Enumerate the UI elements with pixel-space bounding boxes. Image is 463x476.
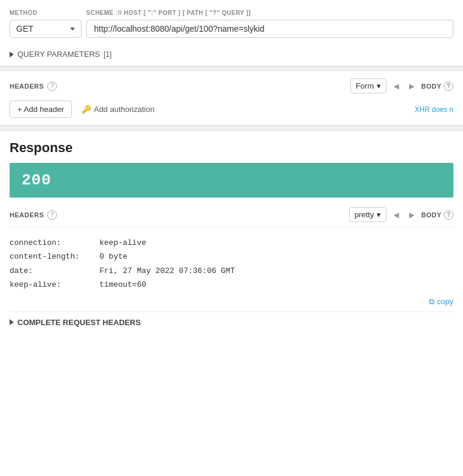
query-params-toggle[interactable]: QUERY PARAMETERS [1] xyxy=(10,45,453,66)
response-header-value: 0 byte xyxy=(99,250,128,263)
response-header-value: timeout=60 xyxy=(99,278,146,292)
request-body-label: BODY xyxy=(421,83,441,90)
response-nav-left-icon[interactable]: ◀ xyxy=(390,209,402,221)
method-value: GET xyxy=(16,24,66,34)
add-auth-label: Add authorization xyxy=(94,105,155,114)
headers-format-chevron-icon: ▾ xyxy=(377,81,381,90)
response-status-bar: 200 xyxy=(10,163,453,198)
response-nav-right-icon[interactable]: ▶ xyxy=(405,209,417,221)
response-header-row: date:Fri, 27 May 2022 07:36:06 GMT xyxy=(10,264,453,278)
response-header-key: date: xyxy=(10,264,99,278)
complete-headers-arrow-icon xyxy=(10,319,14,325)
triangle-right-icon xyxy=(10,51,14,57)
key-icon: 🔑 xyxy=(81,105,91,114)
response-headers-title: HEADERS xyxy=(10,211,44,219)
response-body-label: BODY xyxy=(421,211,441,219)
method-select[interactable]: GET xyxy=(10,20,81,38)
copy-button[interactable]: ⧉ copy xyxy=(10,292,453,311)
headers-format-dropdown[interactable]: Form ▾ xyxy=(350,78,386,93)
response-header-key: keep-alive: xyxy=(10,278,99,292)
add-header-button[interactable]: + Add header xyxy=(10,101,72,118)
complete-headers-toggle[interactable]: COMPLETE REQUEST HEADERS xyxy=(10,311,453,333)
response-header-row: keep-alive:timeout=60 xyxy=(10,278,453,292)
headers-nav-right-icon[interactable]: ▶ xyxy=(405,80,417,92)
response-format-chevron-icon: ▾ xyxy=(377,210,381,219)
headers-format-label: Form xyxy=(356,81,374,90)
complete-headers-label: COMPLETE REQUEST HEADERS xyxy=(17,318,141,327)
copy-label: copy xyxy=(437,297,453,306)
response-title: Response xyxy=(10,140,453,156)
method-label: METHOD xyxy=(10,10,81,16)
response-header-value: Fri, 27 May 2022 07:36:06 GMT xyxy=(99,264,235,278)
method-chevron-icon xyxy=(70,28,75,31)
request-headers-title: HEADERS xyxy=(10,83,44,90)
headers-help-icon[interactable]: ? xyxy=(47,81,57,91)
response-header-key: content-length: xyxy=(10,250,99,263)
xhr-note: XHR does n xyxy=(414,105,453,114)
response-header-value: keep-alive xyxy=(99,236,146,250)
copy-icon: ⧉ xyxy=(429,297,434,307)
response-headers-data: connection:keep-alivecontent-length:0 by… xyxy=(10,236,453,292)
response-header-key: connection: xyxy=(10,236,99,250)
body-help-icon[interactable]: ? xyxy=(444,81,453,91)
response-divider xyxy=(0,126,463,131)
response-header-row: connection:keep-alive xyxy=(10,236,453,250)
response-format-label: pretty xyxy=(355,210,374,219)
response-format-dropdown[interactable]: pretty ▾ xyxy=(349,207,387,222)
response-body-help-icon[interactable]: ? xyxy=(444,210,453,220)
add-authorization-link[interactable]: 🔑 Add authorization xyxy=(81,105,155,114)
response-headers-help-icon[interactable]: ? xyxy=(47,210,57,220)
response-section: Response 200 HEADERS ? pretty ▾ ◀ ▶ BODY… xyxy=(0,131,463,333)
headers-nav-left-icon[interactable]: ◀ xyxy=(390,80,402,92)
query-params-count: [1] xyxy=(104,50,111,59)
query-params-label: QUERY PARAMETERS xyxy=(17,50,100,59)
section-divider xyxy=(0,66,463,71)
url-input[interactable] xyxy=(86,20,453,38)
response-header-row: content-length:0 byte xyxy=(10,250,453,263)
request-headers-section: HEADERS ? Form ▾ ◀ ▶ BODY ? + Add header… xyxy=(0,71,463,126)
url-label: SCHEME :// HOST [ ":" PORT ] [ PATH [ "?… xyxy=(86,10,453,16)
